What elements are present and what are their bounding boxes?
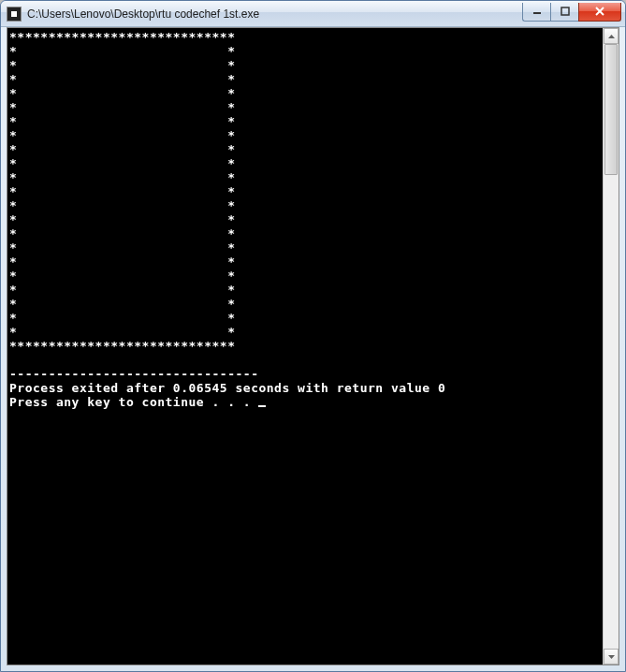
scrollbar-thumb[interactable] xyxy=(604,44,618,175)
console-line: * * xyxy=(9,255,235,269)
console-line: * * xyxy=(9,283,235,297)
console-wrap: ***************************** * * * * * … xyxy=(7,28,619,665)
close-button[interactable] xyxy=(578,3,621,22)
minimize-icon xyxy=(532,7,542,16)
svg-rect-0 xyxy=(533,12,541,14)
console-line: * * xyxy=(9,86,235,100)
console-line: * * xyxy=(9,297,235,311)
console-line: * * xyxy=(9,226,235,241)
console-line: * * xyxy=(9,128,235,142)
console-line: * * xyxy=(9,156,235,170)
console-line: * * xyxy=(9,198,235,212)
console-line: * * xyxy=(9,114,235,128)
console-line: -------------------------------- xyxy=(9,367,258,381)
console-line: Process exited after 0.06545 seconds wit… xyxy=(9,381,445,395)
svg-rect-1 xyxy=(561,7,569,15)
scrollbar-track[interactable] xyxy=(604,44,619,649)
console-line: ***************************** xyxy=(9,339,235,353)
cursor xyxy=(258,405,266,407)
console-line: * * xyxy=(9,58,235,72)
console-line: * * xyxy=(9,269,235,283)
console-line: ***************************** xyxy=(9,30,235,44)
console-line: * * xyxy=(9,212,235,226)
console-window: C:\Users\Lenovo\Desktop\rtu codechef 1st… xyxy=(0,0,626,672)
chevron-down-icon xyxy=(608,655,615,659)
svg-marker-4 xyxy=(608,35,615,38)
scroll-up-button[interactable] xyxy=(604,28,619,44)
console-line: * * xyxy=(9,72,235,86)
window-controls xyxy=(522,3,621,22)
titlebar[interactable]: C:\Users\Lenovo\Desktop\rtu codechef 1st… xyxy=(1,1,625,27)
scroll-down-button[interactable] xyxy=(604,649,619,665)
console-line: Press any key to continue . . . xyxy=(9,395,258,409)
console-line: * * xyxy=(9,311,235,325)
app-icon xyxy=(7,7,22,22)
window-title: C:\Users\Lenovo\Desktop\rtu codechef 1st… xyxy=(27,7,522,21)
console-output[interactable]: ***************************** * * * * * … xyxy=(7,28,603,665)
console-line: * * xyxy=(9,241,235,255)
client-area: ***************************** * * * * * … xyxy=(7,27,619,665)
maximize-icon xyxy=(560,7,570,16)
svg-marker-5 xyxy=(608,655,615,659)
close-icon xyxy=(594,7,605,16)
maximize-button[interactable] xyxy=(550,3,578,22)
vertical-scrollbar[interactable] xyxy=(603,28,619,665)
console-line: * * xyxy=(9,325,235,339)
console-line: * * xyxy=(9,184,235,198)
console-line: * * xyxy=(9,170,235,184)
minimize-button[interactable] xyxy=(522,3,550,22)
console-line: * * xyxy=(9,44,235,58)
chevron-up-icon xyxy=(608,35,615,38)
console-line: * * xyxy=(9,142,235,156)
console-line: * * xyxy=(9,100,235,114)
